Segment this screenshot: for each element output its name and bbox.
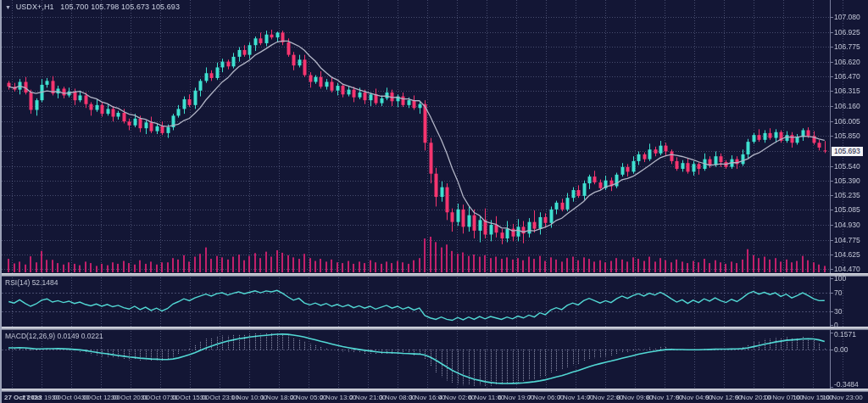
- rsi-indicator-label: RSI(14) 52.1484: [5, 278, 58, 287]
- price-scale-tick: 106.775: [834, 43, 860, 51]
- price-scale-tick: 106.160: [834, 103, 860, 110]
- price-scale-tick: 104.470: [834, 266, 860, 273]
- price-scale-tick: 106.470: [834, 73, 860, 81]
- panel-divider-rsi-macd[interactable]: [2, 327, 868, 330]
- price-scale-tick: 106.620: [834, 59, 860, 66]
- price-scale-tick: 106.005: [834, 118, 860, 126]
- trading-chart-window: ▼ USDX+,H1 105.700 105.798 105.673 105.6…: [0, 0, 868, 403]
- price-scale-tick: 104.930: [834, 221, 860, 229]
- price-scale-tick: 106.925: [834, 29, 860, 36]
- chart-title: ▼ USDX+,H1 105.700 105.798 105.673 105.6…: [5, 3, 180, 11]
- rsi-scale-tick: 70: [834, 289, 842, 297]
- rsi-scale-tick: 0: [834, 322, 838, 329]
- chart-canvas[interactable]: [2, 0, 868, 403]
- current-price-tag: 105.693: [832, 147, 863, 156]
- symbol-dropdown-icon[interactable]: ▼: [5, 4, 11, 10]
- price-scale-tick: 104.625: [834, 251, 860, 259]
- price-scale-tick: 107.080: [834, 14, 860, 21]
- price-scale-tick: 104.775: [834, 237, 860, 244]
- macd-scale-tick: 0.1571: [834, 331, 856, 339]
- price-scale-tick: 105.085: [834, 206, 860, 214]
- time-axis-label: 10 Nov 23:00: [822, 394, 863, 401]
- macd-scale-tick: -0.3484: [834, 381, 859, 389]
- price-scale-tick: 105.235: [834, 192, 860, 199]
- ohlc-values: 105.700 105.798 105.673 105.693: [60, 3, 180, 11]
- price-scale-tick: 105.540: [834, 163, 860, 171]
- price-scale-tick: 106.315: [834, 87, 860, 95]
- symbol-timeframe-label: USDX+,H1: [16, 3, 54, 11]
- price-scale-tick: 105.850: [834, 132, 860, 140]
- rsi-scale-tick: 100: [834, 275, 846, 283]
- rsi-scale-tick: 30: [834, 308, 842, 316]
- macd-scale-tick: 0.00: [834, 346, 849, 354]
- price-scale-tick: 105.390: [834, 177, 860, 185]
- macd-indicator-label: MACD(12,26,9) 0.0149 0.0221: [5, 332, 103, 340]
- panel-divider-main-rsi[interactable]: [2, 273, 868, 277]
